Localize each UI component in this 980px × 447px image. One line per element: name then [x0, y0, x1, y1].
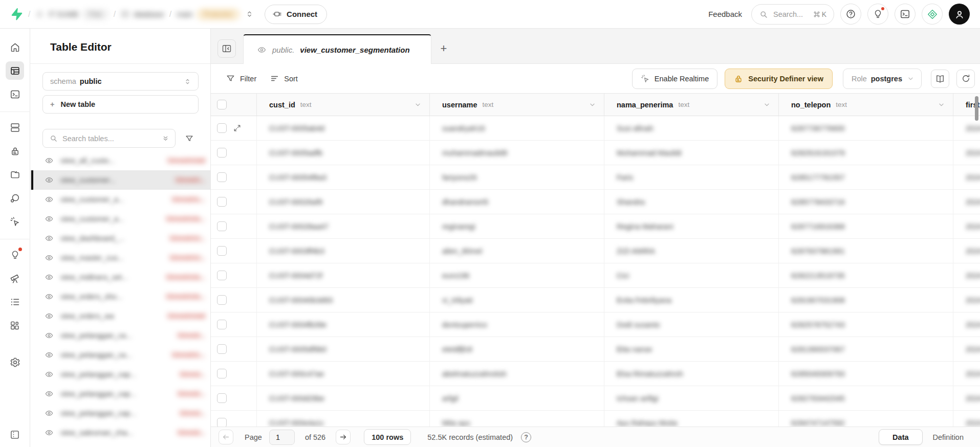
- rail-item-settings[interactable]: [6, 353, 24, 371]
- cell-username[interactable]: muhammadmaulid9: [430, 141, 604, 165]
- row-checkbox[interactable]: [217, 148, 227, 158]
- expand-row-button[interactable]: [233, 124, 242, 132]
- cell-first_l[interactable]: 2024: [953, 263, 980, 287]
- column-header-cust_id[interactable]: cust_idtext: [257, 94, 430, 116]
- cell-no_telepon[interactable]: 6282916191079: [779, 141, 953, 165]
- table-list-item[interactable]: view_pelanggan_ca...Unrestric...: [30, 345, 210, 365]
- table-row[interactable]: CUST-0004d72feuro196Cici6282213519735202…: [211, 263, 980, 288]
- row-checkbox[interactable]: [217, 221, 227, 231]
- next-page-button[interactable]: [336, 430, 351, 444]
- table-row[interactable]: CUST-00040b3d93vi_triliyatiEvita Febrili…: [211, 288, 980, 312]
- cell-nama_penerima[interactable]: Muhammad Maulidi: [604, 141, 779, 165]
- sort-button[interactable]: Sort: [270, 74, 298, 83]
- cell-first_l[interactable]: 2024: [953, 165, 980, 189]
- table-row[interactable]: CUST-00028aa47reginaregiRegina Maharani6…: [211, 214, 980, 239]
- table-row[interactable]: CUST-00026af9dhandramort5Shandra62857784…: [211, 190, 980, 214]
- table-row[interactable]: CUST-0004fb39edontsuperricoDodi susanto6…: [211, 312, 980, 337]
- previous-page-button[interactable]: [219, 430, 233, 444]
- column-header-nama_penerima[interactable]: nama_penerimatext: [604, 94, 779, 116]
- cell-nama_penerima[interactable]: Ichsan arifigi: [604, 386, 779, 410]
- cell-username[interactable]: dontsuperrico: [430, 312, 604, 337]
- help-button[interactable]: [840, 4, 861, 25]
- cell-nama_penerima[interactable]: Faris: [604, 165, 779, 189]
- rail-item-sql-editor[interactable]: [6, 85, 24, 103]
- cell-cust_id[interactable]: CUST-000e4a1c: [257, 411, 430, 427]
- cell-nama_penerima[interactable]: Etta nanse: [604, 337, 779, 361]
- row-checkbox[interactable]: [217, 418, 227, 427]
- row-checkbox[interactable]: [217, 271, 227, 280]
- cell-no_telepon[interactable]: 6287736776600: [779, 116, 953, 140]
- search-tables-box[interactable]: [42, 129, 176, 148]
- global-search-button[interactable]: Search... K: [751, 4, 834, 25]
- cell-cust_id[interactable]: CUST-0005adfb: [257, 141, 430, 165]
- cell-cust_id[interactable]: CUST-0004d72f: [257, 263, 430, 287]
- rail-item-advisors[interactable]: [6, 245, 24, 264]
- user-avatar[interactable]: [949, 4, 970, 25]
- cell-no_telepon[interactable]: 6282578752743: [779, 312, 953, 337]
- api-docs-button[interactable]: [931, 70, 949, 88]
- table-list-item[interactable]: view_dashboard_...Unrestrict...: [30, 229, 210, 248]
- cell-first_l[interactable]: 2024: [953, 411, 980, 427]
- table-list-item[interactable]: view_customer_a...Unrestricte...: [30, 209, 210, 229]
- cell-cust_id[interactable]: CUST-000d29be: [257, 386, 430, 410]
- cell-username[interactable]: alien_80mel: [430, 239, 604, 263]
- definition-tab[interactable]: Definition: [928, 429, 969, 445]
- cell-cust_id[interactable]: CUST-00040b3d93: [257, 288, 430, 312]
- cell-nama_penerima[interactable]: ZIZI AMIRA: [604, 239, 779, 263]
- supabase-logo-icon[interactable]: [9, 7, 23, 21]
- rail-item-authentication[interactable]: [6, 142, 24, 160]
- records-help-icon[interactable]: ?: [521, 432, 531, 442]
- cell-cust_id[interactable]: CUST-00026af9: [257, 190, 430, 214]
- branch-selector-chevrons-icon[interactable]: [245, 9, 254, 19]
- table-row[interactable]: CUST-00054f8a3fariyono26Faris62851777815…: [211, 165, 980, 190]
- cell-first_l[interactable]: 2024: [953, 362, 980, 386]
- row-checkbox[interactable]: [217, 344, 227, 354]
- cell-first_l[interactable]: 2024: [953, 312, 980, 337]
- row-checkbox[interactable]: [217, 369, 227, 378]
- page-number-input[interactable]: [269, 430, 295, 445]
- row-checkbox[interactable]: [217, 246, 227, 256]
- notifications-button[interactable]: [867, 4, 888, 25]
- rail-item-home[interactable]: [6, 38, 24, 56]
- table-row[interactable]: CUST-000d29bearfgilIchsan arifigi6282793…: [211, 386, 980, 411]
- assistant-button[interactable]: [922, 4, 943, 25]
- collapse-sidebar-button[interactable]: [217, 39, 236, 58]
- cell-no_telepon[interactable]: 6284747147592: [779, 411, 953, 427]
- cell-username[interactable]: abelmatuzzahrotish: [430, 362, 604, 386]
- role-selector[interactable]: Role postgres: [843, 69, 922, 89]
- cell-nama_penerima[interactable]: Cici: [604, 263, 779, 287]
- table-list-item[interactable]: view_salesman_cha...Unrestr...: [30, 423, 210, 442]
- cell-no_telepon[interactable]: 6285177781557: [779, 165, 953, 189]
- cell-no_telepon[interactable]: 6287716916368: [779, 214, 953, 238]
- cell-first_l[interactable]: 2024: [953, 288, 980, 312]
- cell-username[interactable]: arfgil: [430, 386, 604, 410]
- cell-first_l[interactable]: 2024: [953, 386, 980, 410]
- cell-nama_penerima[interactable]: Dodi susanto: [604, 312, 779, 337]
- vertical-scrollbar-thumb[interactable]: [975, 96, 978, 121]
- terminal-button[interactable]: [895, 4, 916, 25]
- select-all-checkbox[interactable]: [217, 100, 227, 109]
- column-header-username[interactable]: usernametext: [430, 94, 604, 116]
- cell-username[interactable]: dhandramort5: [430, 190, 604, 214]
- cell-no_telepon[interactable]: 6282793442045: [779, 386, 953, 410]
- schema-selector[interactable]: schema public: [42, 72, 199, 91]
- cell-username[interactable]: Mita ayu: [430, 411, 604, 427]
- double-chevron-down-icon[interactable]: [161, 134, 170, 143]
- cell-cust_id[interactable]: CUST-00054f8a3: [257, 165, 430, 189]
- cell-username[interactable]: euro196: [430, 263, 604, 287]
- tab-view-customer-segmentation[interactable]: public.view_customer_segmentation: [243, 34, 431, 64]
- data-tab[interactable]: Data: [879, 429, 922, 445]
- cell-username[interactable]: fariyono26: [430, 165, 604, 189]
- cell-cust_id[interactable]: CUST-0005ab4d: [257, 116, 430, 140]
- cell-username[interactable]: suandryah16: [430, 116, 604, 140]
- cell-first_l[interactable]: 2024: [953, 239, 980, 263]
- rail-item-database[interactable]: [6, 118, 24, 137]
- rows-per-page-button[interactable]: 100 rows: [364, 429, 411, 445]
- new-tab-button[interactable]: +: [434, 39, 453, 58]
- table-list-item[interactable]: view_master_cus...Unrestrict...: [30, 248, 210, 267]
- cell-cust_id[interactable]: CUST-0005df9b0: [257, 337, 430, 361]
- new-table-button[interactable]: + New table: [42, 95, 199, 114]
- table-list-item[interactable]: view_pelanggan_cap...Unrestr...: [30, 384, 210, 404]
- table-list-item[interactable]: view_all_custo...Unrestricted: [30, 151, 210, 170]
- table-row[interactable]: CUST-0005adfbmuhammadmaulid9Muhammad Mau…: [211, 141, 980, 165]
